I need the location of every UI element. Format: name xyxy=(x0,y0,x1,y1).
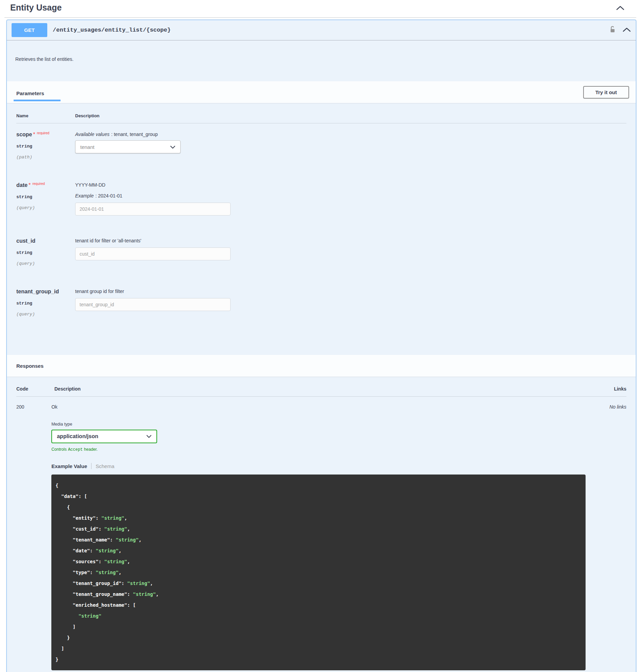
column-header-description: Description xyxy=(54,386,582,392)
parameters-table: Name Description scope*required string (… xyxy=(7,103,636,355)
opblock-get: GET /entity_usages/entity_list/{scope} R… xyxy=(6,20,636,672)
page-title: Entity Usage xyxy=(10,3,62,13)
tag-collapse-button[interactable] xyxy=(614,4,626,12)
param-name: tenant_group_id xyxy=(16,289,59,294)
available-values-list: : tenant, tenant_group xyxy=(111,131,158,137)
param-description: YYYY-MM-DD xyxy=(75,182,626,187)
accept-note-prefix: Controls xyxy=(51,447,67,452)
param-row-scope: scope*required string (path) Available v… xyxy=(16,123,626,174)
param-name: cust_id xyxy=(16,238,36,244)
http-method-badge: GET xyxy=(12,23,47,37)
column-header-links: Links xyxy=(582,386,626,392)
operation-description: Retrieves the list of entities. xyxy=(7,40,636,81)
try-it-out-button[interactable]: Try it out xyxy=(583,86,629,99)
scope-select-value: tenant xyxy=(80,144,95,150)
example-value: : 2024-01-01 xyxy=(95,193,122,198)
responses-table: Code Description Links 200 Ok Media type… xyxy=(7,377,636,672)
param-location: (query) xyxy=(16,205,75,210)
param-row-cust-id: cust_id string (query) tenant id for fil… xyxy=(16,230,626,280)
media-type-select[interactable]: application/json xyxy=(51,430,157,443)
media-type-value: application/json xyxy=(57,433,98,439)
tenant-group-id-input[interactable] xyxy=(75,298,231,311)
param-row-date: date*required string (query) YYYY-MM-DD … xyxy=(16,174,626,230)
accept-note-code: Accept xyxy=(68,447,83,452)
response-code: 200 xyxy=(16,404,51,670)
param-name: date xyxy=(16,182,28,188)
param-description: Available values: tenant, tenant_group xyxy=(75,131,626,137)
media-type-label: Media type xyxy=(51,422,586,426)
scope-select[interactable]: tenant xyxy=(75,140,180,153)
param-description: tenant group id for filter xyxy=(75,289,626,294)
opblock-summary[interactable]: GET /entity_usages/entity_list/{scope} xyxy=(7,20,636,40)
tag-section-header: Entity Usage xyxy=(4,0,636,18)
responses-section-header: Responses xyxy=(7,355,636,377)
chevron-up-icon xyxy=(616,6,625,12)
response-row-200: 200 Ok Media type application/json Contr… xyxy=(16,397,626,670)
param-name: scope xyxy=(16,131,32,137)
param-example: Example: 2024-01-01 xyxy=(75,193,626,198)
required-asterisk: * xyxy=(29,182,31,188)
date-input[interactable] xyxy=(75,202,231,215)
param-type: string xyxy=(16,301,75,306)
endpoint-path: /entity_usages/entity_list/{scope} xyxy=(53,27,609,33)
required-label: required xyxy=(37,131,49,135)
param-type: string xyxy=(16,194,75,199)
param-type: string xyxy=(16,144,75,149)
column-header-code: Code xyxy=(16,386,54,392)
response-description: Ok xyxy=(51,404,586,410)
responses-title: Responses xyxy=(14,363,43,369)
available-values-label: Available values xyxy=(75,131,109,137)
tab-example-value[interactable]: Example Value xyxy=(51,463,87,469)
operation-collapse-icon[interactable] xyxy=(622,27,631,34)
tab-schema[interactable]: Schema xyxy=(96,463,114,469)
parameters-table-head: Name Description xyxy=(16,113,626,123)
param-location: (query) xyxy=(16,261,75,266)
required-asterisk: * xyxy=(33,131,35,137)
responses-table-head: Code Description Links xyxy=(16,386,626,397)
column-header-name: Name xyxy=(16,113,75,118)
param-row-tenant-group-id: tenant_group_id string (query) tenant gr… xyxy=(16,280,626,331)
param-location: (query) xyxy=(16,312,75,317)
accept-header-note: ControlsAcceptheader. xyxy=(51,447,586,452)
parameters-section-header: Parameters Try it out xyxy=(7,81,636,103)
column-header-description: Description xyxy=(75,113,626,118)
example-label: Example xyxy=(75,193,94,198)
accept-note-suffix: header. xyxy=(84,447,98,452)
tab-divider xyxy=(91,463,92,469)
chevron-down-icon xyxy=(170,144,176,150)
required-label: required xyxy=(32,182,45,186)
chevron-down-icon xyxy=(146,433,152,439)
cust-id-input[interactable] xyxy=(75,248,231,261)
response-links: No links xyxy=(586,404,626,670)
param-location: (path) xyxy=(16,155,75,160)
param-description: tenant id for filter or 'all-tenants' xyxy=(75,238,626,243)
tab-parameters: Parameters xyxy=(14,90,60,101)
param-type: string xyxy=(16,250,75,255)
example-schema-tabs: Example Value Schema xyxy=(51,463,586,469)
auth-unlock-icon[interactable] xyxy=(609,26,616,35)
example-json-code-block: { "data": [ { "entity": "string", "cust_… xyxy=(51,475,586,670)
